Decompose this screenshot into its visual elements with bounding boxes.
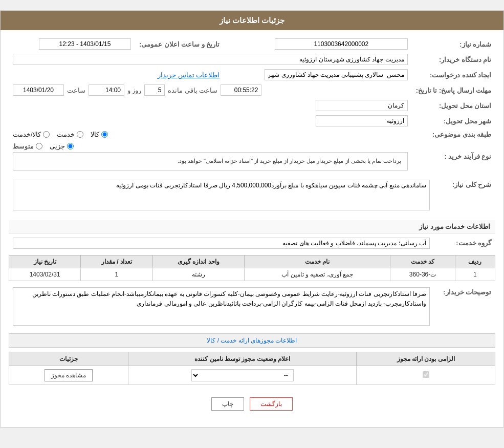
province-input[interactable] — [316, 100, 408, 111]
permit-details-cell: مشاهده مجوز — [9, 366, 128, 385]
response-deadline-label: مهلت ارسال پاسخ: تا تاریخ: — [412, 82, 495, 98]
need-desc-label: شرح کلی نیاز: — [434, 178, 495, 214]
need-description-textarea[interactable] — [13, 180, 430, 210]
need-number-label: شماره نیاز: — [412, 36, 495, 52]
response-days-input[interactable] — [144, 84, 165, 96]
services-table: ردیف کد خدمت نام خدمت واحد اندازه گیری ت… — [9, 255, 495, 281]
buyer-org-label: نام دستگاه خریدار: — [412, 52, 495, 67]
response-remaining-label: ساعت باقی مانده — [168, 87, 217, 94]
creator-input[interactable] — [265, 69, 408, 80]
col-status: اعلام وضعیت مجوز توسط نامین کننده — [128, 352, 356, 366]
announce-date-label: تاریخ و ساعت اعلان عمومی: — [135, 36, 224, 52]
response-days-label: روز و — [127, 87, 141, 94]
back-button[interactable]: بازگشت — [250, 397, 293, 411]
purchase-type-label: نوع فرآیند خرید : — [412, 140, 495, 173]
category-kala-khidmat[interactable]: کالا/خدمت — [13, 131, 50, 138]
response-remaining-input[interactable] — [221, 84, 261, 96]
purchase-جزیی[interactable]: جزیی — [50, 142, 74, 150]
permit-required-cell — [357, 366, 495, 385]
permit-status-select[interactable]: -- — [191, 369, 294, 381]
permit-status-cell: -- — [128, 366, 356, 385]
print-button[interactable]: چاپ — [211, 397, 244, 411]
permit-required-checkbox — [423, 371, 429, 378]
permits-table: الزامی بودن ارائه مجوز اعلام وضعیت مجوز … — [9, 352, 495, 385]
col-unit: واحد اندازه گیری — [152, 255, 245, 268]
buyer-description-textarea[interactable] — [13, 287, 430, 326]
city-input[interactable] — [316, 115, 408, 126]
page-title: جزئیات اطلاعات نیاز — [1, 11, 503, 30]
footer-buttons: بازگشت چاپ — [9, 389, 495, 421]
col-qty: تعداد / مقدار — [81, 255, 152, 268]
announce-date-input[interactable] — [39, 38, 131, 50]
category-kala[interactable]: کالا — [91, 131, 108, 138]
response-date-input[interactable] — [13, 84, 64, 96]
purchase-متوسط[interactable]: متوسط — [13, 142, 42, 150]
category-khidmat[interactable]: خدمت — [57, 131, 83, 138]
col-details: جزئیات — [9, 352, 128, 366]
view-permit-button[interactable]: مشاهده مجوز — [45, 369, 93, 381]
purchase-notice: پرداخت تمام یا بخشی از مبلغ خریدار مبل خ… — [13, 152, 408, 170]
contact-link[interactable]: اطلاعات تماس خریدار — [158, 72, 220, 79]
creator-label: ایجاد کننده درخواست: — [412, 67, 495, 82]
permit-row: -- مشاهده مجوز — [9, 366, 495, 385]
col-service-code: کد خدمت — [390, 255, 455, 268]
buyer-org-input[interactable] — [13, 54, 408, 65]
category-label: طبقه بندی موضوعی: — [412, 129, 495, 140]
need-number-input[interactable] — [275, 38, 408, 50]
city-label: شهر محل تحویل: — [412, 113, 495, 129]
col-rownum: ردیف — [455, 255, 495, 268]
col-date: تاریخ نیاز — [9, 255, 81, 268]
services-section-title: اطلاعات خدمات مورد نیاز — [9, 220, 495, 233]
response-time-input[interactable] — [89, 84, 124, 96]
service-group-input[interactable] — [13, 238, 430, 249]
province-label: استان محل تحویل: — [412, 98, 495, 113]
col-service-name: نام خدمت — [245, 255, 390, 268]
table-row: 1ت-36-360جمع آوری، تصفیه و تامین آبرشته1… — [9, 268, 495, 281]
col-required: الزامی بودن ارائه مجوز — [357, 352, 495, 366]
response-time-label: ساعت — [67, 87, 85, 94]
service-group-label: گروه خدمت: — [434, 236, 495, 251]
permits-collapse[interactable]: اطلاعات مجوزهای ارائه خدمت / کالا — [9, 333, 495, 348]
buyer-desc-label: توصیحات خریدار: — [434, 285, 495, 329]
